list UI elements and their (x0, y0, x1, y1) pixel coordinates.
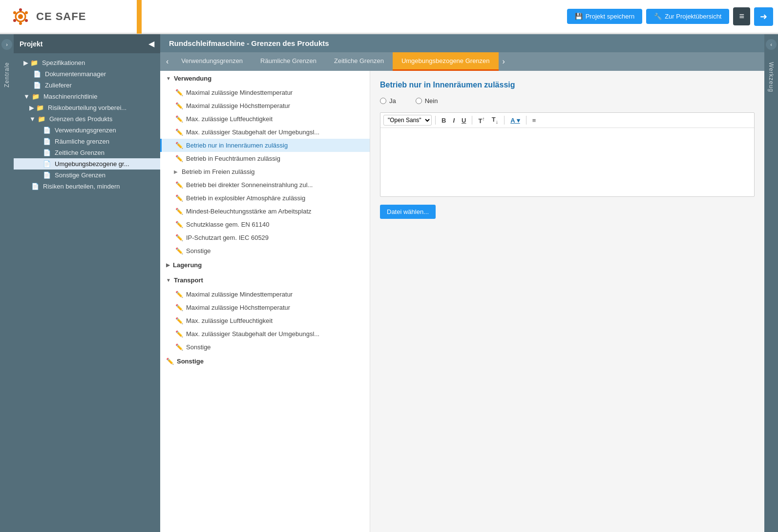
italic-button[interactable]: I (450, 116, 457, 125)
sidebar-label-sonstige-grenzen: Sonstige Grenzen (55, 171, 105, 179)
item-luftfeuchtigkeit[interactable]: ✏️ Max. zulässige Luftfeuchtigkeit (160, 112, 370, 126)
svg-point-4 (25, 19, 28, 22)
item-t-luft[interactable]: ✏️ Max. zulässige Luftfeuchtigkeit (160, 314, 370, 327)
left-panel: ▼ Verwendung ✏️ Maximal zulässige Mindes… (160, 71, 370, 532)
item-max-hoechst[interactable]: ✏️ Maximal zulässige Höchsttemperatur (160, 99, 370, 112)
item-innenraeume[interactable]: ✏️ Betrieb nur in Innenräumen zulässig (160, 139, 370, 152)
save-icon: 💾 (575, 13, 583, 20)
superscript-button[interactable]: T↑ (476, 115, 487, 126)
item-t-mindest[interactable]: ✏️ Maximal zulässige Mindesttemperatur (160, 288, 370, 301)
section-lagerung[interactable]: ▶ Lagerung (160, 257, 370, 273)
overview-button[interactable]: 🔧 Zur Projektübersicht (646, 9, 729, 24)
item-label-beleucht: Mindest-Beleuchtungsstärke am Arbeitspla… (186, 208, 312, 215)
section-label-sonstige: Sonstige (177, 358, 204, 365)
item-freien[interactable]: ▶ Betrieb im Freien zulässig (160, 165, 370, 178)
sidebar-label-verwendungsgrenzen: Verwendungsgrenzen (55, 127, 116, 134)
radio-nein[interactable] (416, 98, 422, 104)
item-label-sonstige-v: Sonstige (186, 247, 211, 255)
sidebar-item-zeitliche[interactable]: 📄 Zeitliche Grenzen (14, 147, 160, 158)
tab-zeitliche-grenzen[interactable]: Zeitliche Grenzen (325, 52, 393, 71)
sidebar-item-dokumentenmanager[interactable]: 📄 Dokumentenmanager (14, 68, 160, 80)
toolbar-separator-2 (472, 116, 472, 125)
item-atmosphaere[interactable]: ✏️ Betrieb in explosibler Atmosphäre zul… (160, 192, 370, 205)
item-sonneneinstrahlung[interactable]: ✏️ Betrieb bei direkter Sonneneinstrahlu… (160, 178, 370, 192)
sidebar-item-sonstige-grenzen[interactable]: 📄 Sonstige Grenzen (14, 170, 160, 181)
item-t-sonstige[interactable]: ✏️ Sonstige (160, 340, 370, 354)
folder-icon-masch: 📁 (32, 93, 40, 100)
file-icon-risiken: 📄 (31, 183, 39, 190)
header: CE SAFE 💾 Projekt speichern 🔧 Zur Projek… (0, 0, 778, 34)
item-sonstige-v[interactable]: ✏️ Sonstige (160, 244, 370, 257)
item-schutzklasse[interactable]: ✏️ Schutzklasse gem. EN 61140 (160, 218, 370, 231)
sidebar-tree: ▶ 📁 Spezifikationen 📄 Dokumentenmanager … (14, 53, 160, 196)
item-label-t-hoechst: Maximal zulässige Höchsttemperatur (186, 304, 290, 311)
edit-icon-9: ✏️ (175, 208, 183, 215)
item-t-hoechst[interactable]: ✏️ Maximal zulässige Höchsttemperatur (160, 301, 370, 314)
sidebar-item-spezifikationen[interactable]: ▶ 📁 Spezifikationen (14, 57, 160, 68)
section-verwendung[interactable]: ▼ Verwendung (160, 71, 370, 86)
sidebar-item-risikobeurteilung[interactable]: ▶ 📁 Risikobeurteilung vorberei... (14, 102, 160, 113)
svg-point-3 (25, 11, 28, 14)
arrow-transport: ▼ (166, 277, 171, 283)
section-transport[interactable]: ▼ Transport (160, 273, 370, 288)
item-t-staub[interactable]: ✏️ Max. zulässiger Staubgehalt der Umgeb… (160, 327, 370, 340)
sidebar: Projekt ◀ ▶ 📁 Spezifikationen 📄 Dokument… (14, 34, 160, 532)
collapse-right-button[interactable]: ‹ (766, 39, 777, 50)
file-icon-verw: 📄 (43, 127, 51, 134)
section-sonstige[interactable]: ✏️ Sonstige (160, 354, 370, 369)
sidebar-item-umgebungsbezogene[interactable]: 📄 Umgebungsbezogene gr... (14, 158, 160, 170)
collapse-left-button[interactable]: › (1, 39, 12, 50)
item-label-luft: Max. zulässige Luftfeuchtigkeit (186, 115, 273, 123)
sidebar-item-raeumliche[interactable]: 📄 Räumliche grenzen (14, 136, 160, 147)
sidebar-item-risiken[interactable]: 📄 Risiken beurteilen, mindern (14, 181, 160, 192)
edit-icon-t2: ✏️ (175, 304, 183, 311)
file-icon-2: 📄 (33, 82, 41, 89)
sidebar-toggle-right: ‹ Werkzeug (764, 34, 778, 532)
font-select[interactable]: "Open Sans" (383, 115, 432, 126)
subscript-button[interactable]: T↓ (489, 115, 501, 126)
sidebar-collapse-button[interactable]: ◀ (148, 39, 154, 48)
sidebar-item-verwendungsgrenzen[interactable]: 📄 Verwendungsgrenzen (14, 125, 160, 136)
item-feuchtraeume[interactable]: ✏️ Betrieb in Feuchträumen zulässig (160, 152, 370, 165)
menu-button[interactable]: ≡ (733, 7, 750, 25)
rte-toolbar: "Open Sans" B I U T↑ T↓ A ▾ ≡ (380, 113, 754, 128)
item-beleuchtung[interactable]: ✏️ Mindest-Beleuchtungsstärke am Arbeits… (160, 205, 370, 218)
color-button[interactable]: A ▾ (508, 116, 523, 125)
sidebar-item-maschinenrichtlinie[interactable]: ▼ 📁 Maschinenrichtlinie (14, 91, 160, 102)
rte-container: "Open Sans" B I U T↑ T↓ A ▾ ≡ (380, 112, 755, 197)
rte-body[interactable] (380, 128, 754, 196)
app-title: CE SAFE (36, 10, 86, 23)
underline-button[interactable]: U (459, 116, 468, 125)
radio-nein-label[interactable]: Nein (416, 97, 438, 105)
sidebar-item-zulieferer[interactable]: 📄 Zulieferer (14, 80, 160, 91)
arrow-verwendung: ▼ (166, 76, 171, 81)
edit-icon-11: ✏️ (175, 234, 183, 241)
item-label-atmo: Betrieb in explosibler Atmosphäre zuläss… (186, 194, 305, 202)
header-orange-bar (137, 0, 142, 34)
toolbar-separator-3 (504, 116, 505, 125)
svg-point-2 (19, 8, 22, 11)
file-icon-umgeb: 📄 (43, 160, 51, 168)
bold-button[interactable]: B (439, 116, 448, 125)
item-label-freien: Betrieb im Freien zulässig (182, 168, 255, 175)
tab-next-button[interactable]: › (499, 54, 509, 69)
radio-ja[interactable] (380, 98, 386, 104)
file-choose-button[interactable]: Datei wählen... (380, 205, 436, 219)
item-staubgehalt[interactable]: ✏️ Max. zulässiger Staubgehalt der Umgeb… (160, 126, 370, 139)
sidebar-label-spezifikationen: Spezifikationen (42, 59, 85, 66)
align-button[interactable]: ≡ (530, 116, 539, 125)
zentrale-label: Zentrale (3, 62, 10, 87)
sidebar-item-grenzen[interactable]: ▼ 📁 Grenzen des Produkts (14, 113, 160, 125)
exit-button[interactable]: ➜ (754, 7, 773, 26)
tab-prev-button[interactable]: ‹ (162, 54, 172, 69)
item-ip-schutz[interactable]: ✏️ IP-Schutzart gem. IEC 60529 (160, 231, 370, 244)
item-label-schutz: Schutzklasse gem. EN 61140 (186, 221, 270, 228)
edit-icon-t3: ✏️ (175, 317, 183, 324)
tab-raeumliche-grenzen[interactable]: Räumliche Grenzen (252, 52, 325, 71)
save-button[interactable]: 💾 Projekt speichern (567, 9, 642, 24)
tab-verwendungsgrenzen[interactable]: Verwendungsgrenzen (172, 52, 252, 71)
tab-umgebungsbezogene-grenzen[interactable]: Umgebungsbezogene Grenzen (393, 52, 499, 71)
edit-icon-4: ✏️ (175, 128, 183, 136)
radio-ja-label[interactable]: Ja (380, 97, 396, 105)
item-max-mindest[interactable]: ✏️ Maximal zulässige Mindesttemperatur (160, 86, 370, 99)
